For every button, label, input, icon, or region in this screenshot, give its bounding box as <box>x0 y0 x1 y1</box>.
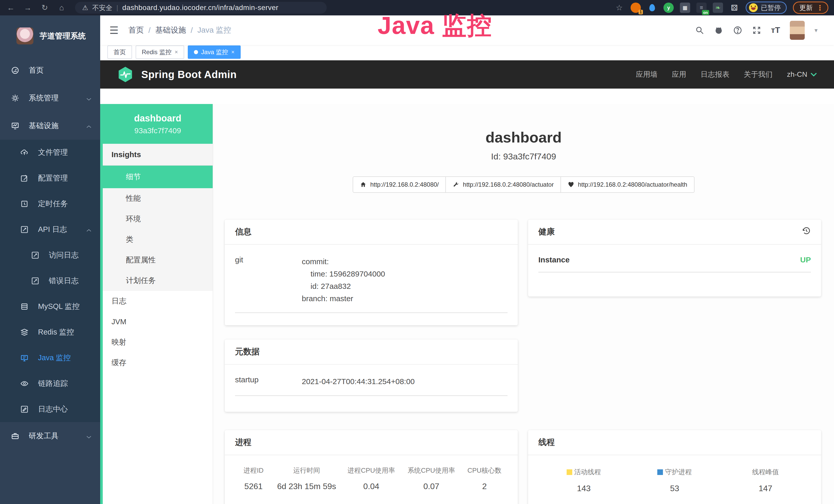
sba-nav-applications-wall[interactable]: 应用墙 <box>636 70 658 79</box>
sidebar-item-job[interactable]: 定时任务 <box>0 191 100 217</box>
subnav-item-logs[interactable]: 日志 <box>103 291 213 312</box>
subnav-item-details[interactable]: 细节 <box>103 166 213 188</box>
extension-switch-icon[interactable]: ≡ on <box>696 3 707 13</box>
subnav-item-caches[interactable]: 缓存 <box>103 352 213 373</box>
legend-swatch-yellow <box>567 469 572 475</box>
github-icon[interactable] <box>714 26 723 35</box>
sba-content: dashboard 93a3fc7f7409 Insights 细节 性能 环境… <box>100 104 834 504</box>
endpoint-url: http://192.168.0.2:48080/actuator <box>463 181 554 188</box>
health-card: 健康 Instance UP <box>528 220 821 297</box>
sidebar-item-log-center[interactable]: 日志中心 <box>0 396 100 422</box>
close-icon[interactable]: × <box>231 49 235 55</box>
back-icon[interactable]: ← <box>6 4 16 12</box>
sidebar-item-label: 链路追踪 <box>38 379 68 389</box>
endpoint-home-button[interactable]: http://192.168.0.2:48080/ <box>353 176 446 193</box>
browser-update-button[interactable]: 更新 ⋮ <box>793 2 828 14</box>
card-body: 进程ID 运行时间 进程CPU使用率 系统CPU使用率 CPU核心数 5261 … <box>225 455 518 504</box>
sidebar-item-java[interactable]: Java 监控 <box>0 345 100 371</box>
sidebar-item-infra[interactable]: 基础设施 <box>0 112 100 140</box>
hamburger-icon[interactable]: ☰ <box>109 24 119 36</box>
tag-label: 首页 <box>113 48 126 56</box>
card-header: 线程 <box>528 430 821 455</box>
sba-nav-applications[interactable]: 应用 <box>672 70 686 79</box>
history-icon[interactable] <box>802 226 811 237</box>
sidebar-item-file[interactable]: 文件管理 <box>0 140 100 165</box>
chevron-down-icon <box>86 94 91 102</box>
app-logo-row[interactable]: 芋道管理系统 <box>0 16 100 56</box>
process-col-header: 运行时间 <box>272 466 342 475</box>
sba-nav-journal[interactable]: 日志报表 <box>701 70 729 79</box>
fullscreen-icon[interactable] <box>752 26 761 35</box>
sidebar-item-api-log[interactable]: API 日志 <box>0 217 100 243</box>
sidebar-item-label: Redis 监控 <box>38 327 74 337</box>
git-branch-line: branch: master <box>302 293 385 305</box>
sidebar-item-system[interactable]: 系统管理 <box>0 84 100 112</box>
address-bar[interactable]: ⚠ 不安全 | dashboard.yudao.iocoder.cn/infra… <box>75 2 327 14</box>
tag-home[interactable]: 首页 <box>107 45 132 59</box>
sba-title[interactable]: Spring Boot Admin <box>141 69 237 81</box>
drop-shape <box>649 4 655 11</box>
card-header: 健康 <box>528 220 821 245</box>
breadcrumb-item[interactable]: 首页 <box>128 25 144 36</box>
sidebar-item-redis[interactable]: Redis 监控 <box>0 319 100 345</box>
subnav-item-mappings[interactable]: 映射 <box>103 332 213 352</box>
url-text[interactable]: dashboard.yudao.iocoder.cn/infra/admin-s… <box>122 4 279 12</box>
navbar-actions: ᴛT ▾ <box>695 21 825 40</box>
sidebar-item-label: MySQL 监控 <box>38 301 80 312</box>
extension-drop-icon[interactable] <box>647 3 657 13</box>
bookmark-star-icon[interactable]: ☆ <box>614 4 624 12</box>
kebab-menu-icon[interactable]: ⋮ <box>816 4 824 12</box>
tag-redis[interactable]: Redis 监控 × <box>136 45 184 59</box>
subnav-item-environment[interactable]: 环境 <box>103 209 213 229</box>
sidebar-item-error-log[interactable]: 错误日志 <box>0 268 100 294</box>
avatar[interactable] <box>790 21 805 40</box>
extensions-puzzle-icon[interactable]: ⚄ <box>729 3 740 13</box>
home-icon[interactable]: ⌂ <box>57 4 67 12</box>
help-icon[interactable] <box>733 26 742 35</box>
subnav-item-scheduled-tasks[interactable]: 计划任务 <box>103 270 213 291</box>
sidebar-item-label: 日志中心 <box>38 404 68 414</box>
sidebar-item-mysql[interactable]: MySQL 监控 <box>0 294 100 319</box>
sba-locale-select[interactable]: zh-CN <box>787 70 817 78</box>
instance-header[interactable]: dashboard 93a3fc7f7409 <box>103 104 213 144</box>
log-edit-icon <box>20 225 29 234</box>
profile-paused-badge[interactable]: 已暂停 <box>746 2 787 14</box>
breadcrumb-item[interactable]: 基础设施 <box>155 25 186 36</box>
subnav-item-classes[interactable]: 类 <box>103 229 213 250</box>
sidebar-item-label: 系统管理 <box>29 93 59 103</box>
card-body: 活动线程 守护进程 线程峰值 143 <box>528 455 821 504</box>
process-pid: 5261 <box>235 482 272 491</box>
endpoint-health-button[interactable]: http://192.168.0.2:48080/actuator/health <box>561 176 695 193</box>
subnav-item-config-props[interactable]: 配置属性 <box>103 250 213 270</box>
tag-java-active[interactable]: Java 监控 × <box>188 45 241 59</box>
extension-grid-icon[interactable]: ▦ <box>680 3 690 13</box>
extension-y-icon[interactable]: y <box>663 3 674 13</box>
extension-leaf-icon[interactable]: ❧ <box>713 3 723 13</box>
sidebar-item-label: Java 监控 <box>38 353 71 363</box>
instance-id: 93a3fc7f7409 <box>134 126 181 135</box>
sidebar-item-home[interactable]: 首页 <box>0 56 100 84</box>
briefcase-icon <box>11 432 20 440</box>
card-header: 信息 <box>225 220 518 245</box>
gear-icon <box>11 94 20 102</box>
caret-down-icon[interactable]: ▾ <box>814 27 817 34</box>
sidebar-item-dev-tools[interactable]: 研发工具 <box>0 422 100 450</box>
close-icon[interactable]: × <box>175 49 178 55</box>
sba-nav-about[interactable]: 关于我们 <box>744 70 773 79</box>
card-body: Instance UP <box>528 245 821 285</box>
search-icon[interactable] <box>695 26 704 35</box>
sidebar-item-config[interactable]: 配置管理 <box>0 165 100 191</box>
legend-swatch-blue <box>657 469 663 475</box>
endpoint-actuator-button[interactable]: http://192.168.0.2:48080/actuator <box>446 176 561 193</box>
reload-icon[interactable]: ↻ <box>40 4 50 12</box>
extension-colorzilla-icon[interactable]: 1 <box>631 3 641 13</box>
chevron-up-icon <box>86 225 91 234</box>
breadcrumb: 首页 / 基础设施 / Java 监控 <box>128 25 231 36</box>
health-instance-row[interactable]: Instance UP <box>539 255 811 272</box>
font-size-icon[interactable]: ᴛT <box>771 25 780 35</box>
sidebar-item-trace[interactable]: 链路追踪 <box>0 371 100 396</box>
sidebar-item-access-log[interactable]: 访问日志 <box>0 243 100 268</box>
forward-icon[interactable]: → <box>23 4 33 12</box>
subnav-item-jvm[interactable]: JVM <box>103 312 213 332</box>
subnav-item-metrics[interactable]: 性能 <box>103 188 213 209</box>
